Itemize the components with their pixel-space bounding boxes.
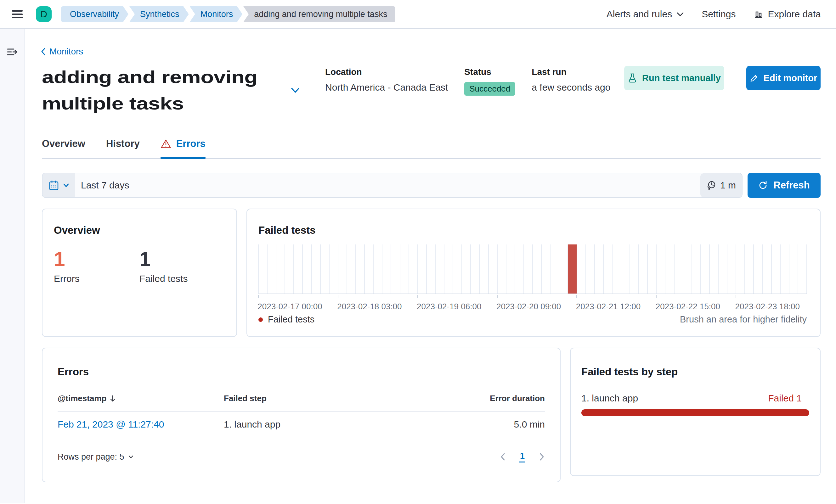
breadcrumb-monitors[interactable]: Monitors (190, 6, 243, 22)
date-quick-select-button[interactable] (42, 173, 75, 197)
top-header: D Observability Synthetics Monitors addi… (0, 0, 836, 29)
chart-gridline (718, 245, 719, 293)
meta-last-run: Last run a few seconds ago (532, 67, 610, 117)
chart-gridline (400, 245, 400, 293)
errors-panel: Errors @timestamp Failed step Error dura… (42, 348, 560, 482)
page-number[interactable]: 1 (519, 451, 525, 463)
explore-data-link[interactable]: Explore data (754, 9, 821, 20)
chart-gridline (771, 245, 772, 293)
chart-gridline (355, 245, 356, 293)
back-to-monitors-link[interactable]: Monitors (41, 46, 83, 57)
chart-gridline (798, 245, 798, 293)
chart-gridline (674, 245, 674, 293)
tab-errors[interactable]: Errors (160, 138, 206, 158)
date-range-display[interactable]: Last 7 days (75, 173, 700, 197)
stat-errors: 1 Errors (54, 248, 139, 284)
chart-gridline (762, 245, 763, 293)
chart-gridline (470, 245, 471, 293)
chart-gridline (329, 245, 329, 293)
alerts-and-rules-menu[interactable]: Alerts and rules (607, 9, 684, 20)
chart-gridline (744, 245, 745, 293)
breadcrumb-observability[interactable]: Observability (61, 6, 129, 22)
meta-location: Location North America - Canada East (325, 67, 448, 117)
error-timestamp-link[interactable]: Feb 21, 2023 @ 11:27:40 (58, 419, 164, 430)
bar-chart-icon (754, 9, 764, 19)
status-label: Status (464, 67, 515, 77)
step-name: 1. launch app (581, 393, 638, 404)
chart-gridline (417, 245, 418, 293)
rows-per-page-select[interactable]: Rows per page: 5 (58, 452, 134, 462)
chart-gridline (559, 245, 559, 293)
warning-triangle-icon (160, 139, 171, 149)
chart-gridline (276, 245, 277, 293)
chart-gridline (346, 245, 347, 293)
column-error-duration[interactable]: Error duration (466, 393, 545, 403)
x-axis-label: 2023-02-21 12:00 (576, 302, 641, 311)
failed-tests-chart[interactable]: 2023-02-17 00:002023-02-18 03:002023-02-… (259, 245, 807, 294)
chevron-down-icon (63, 183, 69, 188)
edit-monitor-button[interactable]: Edit monitor (746, 66, 821, 90)
menu-icon[interactable] (12, 10, 23, 18)
x-axis-tick (576, 295, 577, 298)
refresh-interval-button[interactable]: 1 m (700, 173, 742, 197)
chart-gridline (647, 245, 648, 293)
chevron-left-icon (41, 47, 46, 56)
chart-gridline (603, 245, 604, 293)
chart-gridline (302, 245, 303, 293)
previous-page-icon[interactable] (500, 452, 506, 461)
synthetics-monitor-page: D Observability Synthetics Monitors addi… (0, 0, 836, 504)
breadcrumb-current: adding and removing multiple tasks (243, 6, 395, 22)
refresh-button[interactable]: Refresh (747, 173, 821, 198)
page-title: adding and removing multiple tasks (42, 64, 328, 117)
chart-gridline (488, 245, 489, 293)
next-page-icon[interactable] (539, 452, 545, 461)
tab-history[interactable]: History (106, 138, 140, 158)
sort-down-icon (110, 395, 116, 402)
chart-gridline (629, 245, 630, 293)
expand-menu-icon[interactable] (6, 46, 18, 57)
step-failed-count: Failed 1 (768, 393, 802, 404)
failed-tests-bar[interactable] (568, 245, 577, 293)
x-axis-tick (258, 295, 259, 298)
settings-link[interactable]: Settings (702, 9, 736, 20)
errors-table: @timestamp Failed step Error duration Fe… (58, 393, 545, 463)
chart-gridline (382, 245, 382, 293)
chart-gridline (541, 245, 542, 293)
chart-gridline (497, 245, 498, 293)
x-axis-label: 2023-02-23 18:00 (735, 302, 800, 311)
location-value: North America - Canada East (325, 82, 448, 93)
errors-panel-title: Errors (58, 366, 545, 378)
legend-dot-icon (259, 317, 263, 322)
chart-gridline (736, 245, 736, 293)
chevron-down-icon (677, 12, 684, 17)
column-failed-step[interactable]: Failed step (224, 393, 466, 403)
chart-gridline (435, 245, 436, 293)
chevron-down-icon (128, 455, 134, 459)
tab-overview[interactable]: Overview (42, 138, 85, 158)
chart-gridline (524, 245, 524, 293)
chart-gridline (691, 245, 692, 293)
chart-gridline (700, 245, 701, 293)
chart-gridline (293, 245, 294, 293)
calendar-icon (49, 180, 59, 191)
alerts-and-rules-label: Alerts and rules (607, 9, 672, 20)
step-row: 1. launch app Failed 1 (581, 393, 809, 404)
beaker-icon (628, 73, 637, 83)
x-axis-tick (736, 295, 736, 298)
chart-gridline (338, 245, 338, 293)
run-test-manually-button[interactable]: Run test manually (624, 66, 724, 90)
x-axis-label: 2023-02-17 00:00 (258, 302, 322, 311)
date-range-picker: Last 7 days 1 m (42, 173, 742, 198)
chart-gridline (550, 245, 551, 293)
failed-tests-panel-title: Failed tests (259, 224, 809, 236)
chart-legend[interactable]: Failed tests (259, 314, 315, 325)
breadcrumb-synthetics[interactable]: Synthetics (129, 6, 189, 22)
chart-gridline (780, 245, 781, 293)
x-axis-tick (656, 295, 657, 298)
chart-gridline (258, 245, 259, 293)
pagination: 1 (500, 451, 545, 463)
failed-tests-panel: Failed tests 2023-02-17 00:002023-02-18 … (246, 209, 821, 337)
column-timestamp[interactable]: @timestamp (58, 393, 224, 403)
avatar[interactable]: D (36, 6, 52, 22)
error-failed-step: 1. launch app (224, 419, 466, 430)
